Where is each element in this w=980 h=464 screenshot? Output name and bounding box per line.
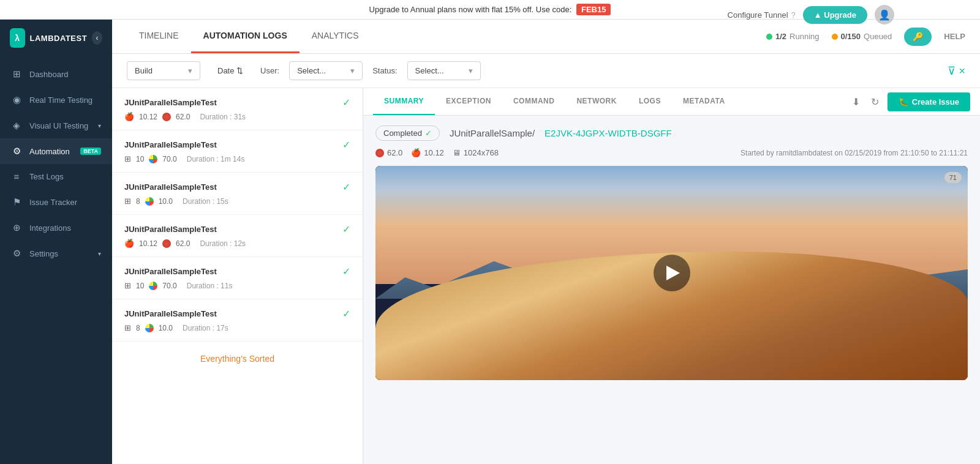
user-filter[interactable]: Select... ▾ [289, 61, 363, 80]
test-meta: ⊞ 8 10.0 Duration : 15s [124, 196, 350, 206]
browser-icon [162, 113, 171, 121]
running-dot [766, 34, 772, 40]
queued-label: Queued [864, 32, 892, 41]
date-filter[interactable]: Date ⇅ [210, 62, 251, 80]
sidebar-item-visual-ui-testing[interactable]: ◈ Visual UI Testing ▾ [0, 113, 112, 138]
top-banner: Upgrade to Annual plans now with flat 15… [0, 0, 980, 20]
integrations-icon: ⊕ [11, 222, 22, 233]
test-name: JUnitParallelSampleTest [124, 267, 217, 276]
real-time-testing-icon: ◉ [11, 94, 22, 105]
sidebar-item-real-time-testing[interactable]: ◉ Real Time Testing [0, 87, 112, 113]
tab-summary[interactable]: SUMMARY [373, 88, 435, 115]
browser-icon [149, 282, 157, 290]
browser-version: 62.0 [176, 239, 190, 248]
key-icon-button[interactable]: 🔑 [904, 28, 932, 46]
test-name: JUnitParallelSampleTest [124, 140, 217, 149]
sidebar-item-test-logs[interactable]: ≡ Test Logs [0, 164, 112, 189]
tab-analytics[interactable]: ANALYTICS [300, 20, 371, 53]
duration: Duration : 17s [183, 324, 228, 332]
refresh-button[interactable]: ↻ [869, 94, 881, 110]
sidebar-item-integrations[interactable]: ⊕ Integrations [0, 215, 112, 241]
logo-icon: λ [10, 28, 25, 48]
queued-indicator: 0/150 Queued [832, 32, 892, 41]
build-filter[interactable]: Build ▾ [127, 61, 200, 80]
play-button[interactable] [654, 255, 690, 291]
test-logs-icon: ≡ [11, 171, 22, 182]
pass-icon: ✓ [342, 139, 350, 151]
test-item[interactable]: JUnitParallelSampleTest ✓ ⊞ 8 10.0 Durat… [112, 173, 363, 215]
os-version: 8 [136, 324, 140, 332]
tab-exception[interactable]: EXCEPTION [435, 88, 502, 115]
queued-dot [832, 34, 838, 40]
tab-command[interactable]: COMMAND [502, 88, 566, 115]
browser-version: 10.0 [159, 324, 173, 332]
pass-icon: ✓ [342, 97, 350, 108]
bug-icon: 🐛 [899, 97, 908, 107]
os-icon: 🍎 [124, 239, 134, 248]
sidebar-item-automation[interactable]: ⚙ Automation BETA [0, 138, 112, 164]
detail-tabs-bar: SUMMARY EXCEPTION COMMAND NETWORK LOGS [363, 88, 980, 116]
beta-badge: BETA [80, 148, 101, 155]
status-filter[interactable]: Select... ▾ [407, 61, 481, 80]
sidebar-toggle-button[interactable]: ‹ [92, 31, 102, 45]
test-name: JUnitParallelSampleTest [124, 98, 217, 107]
browser-version: 62.0 [176, 113, 190, 121]
os-version: 10 [136, 155, 144, 163]
test-path-link[interactable]: E2JVK-4JGPX-WIDTB-DSGFF [545, 128, 672, 138]
test-meta: 🍎 10.12 62.0 Duration : 31s [124, 112, 350, 121]
resolution-meta: 🖥 1024x768 [453, 148, 499, 157]
upgrade-button[interactable]: ▲ Upgrade [803, 6, 867, 24]
running-label: Running [790, 32, 819, 41]
test-item[interactable]: JUnitParallelSampleTest ✓ ⊞ 8 10.0 Durat… [112, 299, 363, 342]
configure-tunnel-link[interactable]: Configure Tunnel ? [728, 10, 796, 20]
tab-automation-logs[interactable]: AUTOMATION LOGS [191, 20, 300, 53]
tab-network[interactable]: NETWORK [565, 88, 628, 115]
test-item[interactable]: JUnitParallelSampleTest ✓ 🍎 10.12 62.0 D… [112, 215, 363, 257]
filter-icon[interactable]: ⊽ × [948, 64, 965, 78]
everything-sorted-text: Everything's Sorted [112, 342, 363, 376]
sidebar-item-dashboard[interactable]: ⊞ Dashboard [0, 61, 112, 87]
user-avatar[interactable]: 👤 [875, 5, 894, 24]
detail-status-bar: Completed ✓ JUnitParallelSample/E2JVK-4J… [375, 125, 968, 141]
sidebar-item-label: Visual UI Testing [29, 121, 91, 130]
pass-icon: ✓ [342, 308, 350, 320]
video-container: 71 [375, 166, 968, 380]
sidebar-item-label: Dashboard [29, 70, 101, 79]
sidebar-nav: ⊞ Dashboard ◉ Real Time Testing ◈ Visual… [0, 56, 112, 271]
banner-text: Upgrade to Annual plans now with flat 15… [369, 5, 572, 14]
os-version: 10.12 [139, 239, 157, 248]
test-item[interactable]: JUnitParallelSampleTest ✓ ⊞ 10 70.0 Dura… [112, 257, 363, 299]
detail-panel: SUMMARY EXCEPTION COMMAND NETWORK LOGS [363, 88, 980, 464]
sidebar-item-settings[interactable]: ⚙ Settings ▾ [0, 241, 112, 266]
running-count: 1/2 [775, 32, 786, 41]
test-item[interactable]: JUnitParallelSampleTest ✓ 🍎 10.12 62.0 D… [112, 88, 363, 130]
pass-icon: ✓ [342, 223, 350, 235]
browser-icon [145, 197, 154, 206]
browser-version-meta: 62.0 [375, 148, 402, 157]
os-icon: ⊞ [124, 154, 131, 163]
tab-logs[interactable]: LOGS [628, 88, 672, 115]
tab-timeline[interactable]: TIMELINE [127, 20, 191, 53]
download-button[interactable]: ⬇ [850, 94, 862, 110]
detail-tab-actions: ⬇ ↻ 🐛 Create Issue [850, 92, 970, 111]
sidebar-item-issue-tracker[interactable]: ⚑ Issue Tracker [0, 189, 112, 215]
sidebar-item-label: Real Time Testing [29, 95, 101, 105]
test-item[interactable]: JUnitParallelSampleTest ✓ ⊞ 10 70.0 Dura… [112, 130, 363, 173]
sidebar-item-label: Integrations [29, 223, 101, 233]
os-version: 8 [136, 197, 140, 206]
sidebar-item-label: Issue Tracker [29, 198, 101, 207]
main-content: TIMELINE AUTOMATION LOGS ANALYTICS 1/2 R… [112, 20, 980, 464]
detail-content: Completed ✓ JUnitParallelSample/E2JVK-4J… [363, 116, 980, 464]
os-icon: ⊞ [124, 281, 131, 290]
logo-area: λ LAMBDATEST ‹ [0, 20, 112, 56]
test-name: JUnitParallelSampleTest [124, 182, 217, 192]
completed-badge: Completed ✓ [375, 125, 440, 141]
tab-metadata[interactable]: METADATA [672, 88, 736, 115]
help-text[interactable]: HELP [944, 32, 965, 41]
video-placeholder[interactable] [375, 166, 968, 380]
settings-expand-icon: ▾ [98, 250, 101, 257]
os-version-meta: 🍎 10.12 [411, 148, 444, 157]
sidebar: λ LAMBDATEST ‹ ⊞ Dashboard ◉ Real Time T… [0, 20, 112, 464]
create-issue-button[interactable]: 🐛 Create Issue [888, 92, 970, 111]
comment-count-badge: 71 [944, 172, 962, 183]
